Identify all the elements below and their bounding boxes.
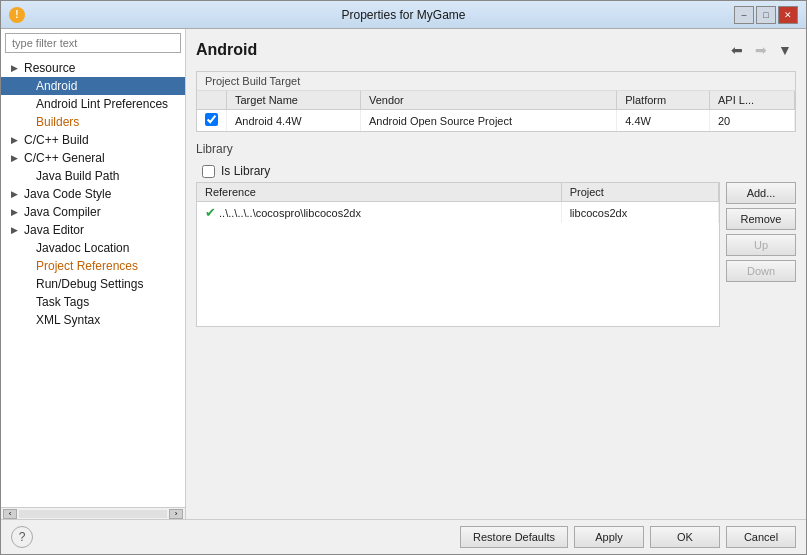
sidebar: ▶ResourceAndroidAndroid Lint Preferences…: [1, 29, 186, 519]
api-cell: 20: [710, 110, 795, 132]
col-platform: Platform: [617, 91, 710, 110]
sidebar-item-label-android-lint: Android Lint Preferences: [36, 97, 168, 111]
lib-check-icon: ✔: [205, 205, 216, 220]
sidebar-item-label-task-tags: Task Tags: [36, 295, 89, 309]
restore-defaults-button[interactable]: Restore Defaults: [460, 526, 568, 548]
cancel-button[interactable]: Cancel: [726, 526, 796, 548]
sidebar-item-label-xml-syntax: XML Syntax: [36, 313, 100, 327]
scroll-right-button[interactable]: ›: [169, 509, 183, 519]
sidebar-item-label-javadoc: Javadoc Location: [36, 241, 129, 255]
sidebar-item-java-code-style[interactable]: ▶Java Code Style: [1, 185, 185, 203]
down-button[interactable]: Down: [726, 260, 796, 282]
scroll-left-button[interactable]: ‹: [3, 509, 17, 519]
sidebar-item-java-editor[interactable]: ▶Java Editor: [1, 221, 185, 239]
row-checkbox[interactable]: [197, 110, 227, 132]
col-target-name: Target Name: [227, 91, 361, 110]
platform-cell: 4.4W: [617, 110, 710, 132]
ok-button[interactable]: OK: [650, 526, 720, 548]
build-target-table-container: Target Name Vendor Platform API L... And…: [197, 91, 795, 131]
expand-arrow-java-code-style: ▶: [11, 189, 21, 199]
sidebar-item-java-build-path[interactable]: Java Build Path: [1, 167, 185, 185]
is-library-label: Is Library: [221, 164, 270, 178]
library-section: Library Is Library Reference Project: [196, 142, 796, 327]
sidebar-item-label-project-refs: Project References: [36, 259, 138, 273]
sidebar-item-label-java-code-style: Java Code Style: [24, 187, 111, 201]
build-target-label: Project Build Target: [197, 72, 795, 91]
col-vendor: Vendor: [360, 91, 616, 110]
titlebar: ! Properties for MyGame – □ ✕: [1, 1, 806, 29]
sidebar-item-java-compiler[interactable]: ▶Java Compiler: [1, 203, 185, 221]
sidebar-item-builders[interactable]: Builders: [1, 113, 185, 131]
library-section-label: Library: [196, 142, 796, 156]
expand-arrow-cpp-build: ▶: [11, 135, 21, 145]
add-button[interactable]: Add...: [726, 182, 796, 204]
sidebar-item-label-cpp-build: C/C++ Build: [24, 133, 89, 147]
dropdown-icon[interactable]: ▼: [774, 39, 796, 61]
remove-button[interactable]: Remove: [726, 208, 796, 230]
sidebar-item-label-java-editor: Java Editor: [24, 223, 84, 237]
sidebar-scrollbar: ‹ ›: [1, 507, 185, 519]
app-icon: !: [9, 7, 25, 23]
target-checkbox[interactable]: [205, 113, 218, 126]
main-header: Android ⬅ ➡ ▼: [196, 39, 796, 61]
sidebar-item-label-cpp-general: C/C++ General: [24, 151, 105, 165]
expand-arrow-cpp-general: ▶: [11, 153, 21, 163]
scroll-track: [19, 510, 167, 518]
sidebar-item-resource[interactable]: ▶Resource: [1, 59, 185, 77]
build-target-section: Project Build Target Target Name Vendor …: [196, 71, 796, 132]
apply-button[interactable]: Apply: [574, 526, 644, 548]
sidebar-item-cpp-build[interactable]: ▶C/C++ Build: [1, 131, 185, 149]
sidebar-item-android-lint[interactable]: Android Lint Preferences: [1, 95, 185, 113]
bottom-bar: ? Restore Defaults Apply OK Cancel: [1, 519, 806, 554]
sidebar-item-label-java-compiler: Java Compiler: [24, 205, 101, 219]
titlebar-buttons: – □ ✕: [734, 6, 798, 24]
library-table-area: Reference Project ✔ ..\..\..\..\cocospro…: [196, 182, 796, 327]
build-target-table: Target Name Vendor Platform API L... And…: [197, 91, 795, 131]
expand-arrow-java-editor: ▶: [11, 225, 21, 235]
library-table-wrap: Reference Project ✔ ..\..\..\..\cocospro…: [196, 182, 720, 327]
sidebar-item-label-java-build-path: Java Build Path: [36, 169, 119, 183]
lib-project-cell: libcocos2dx: [561, 202, 718, 224]
sidebar-item-project-refs[interactable]: Project References: [1, 257, 185, 275]
content-area: ▶ResourceAndroidAndroid Lint Preferences…: [1, 29, 806, 519]
close-button[interactable]: ✕: [778, 6, 798, 24]
window-title: Properties for MyGame: [341, 8, 465, 22]
minimize-button[interactable]: –: [734, 6, 754, 24]
forward-icon[interactable]: ➡: [750, 39, 772, 61]
main-panel: Android ⬅ ➡ ▼ Project Build Target Targe…: [186, 29, 806, 519]
is-library-row: Is Library: [196, 160, 796, 182]
sidebar-item-android[interactable]: Android: [1, 77, 185, 95]
sidebar-item-label-run-debug: Run/Debug Settings: [36, 277, 143, 291]
maximize-button[interactable]: □: [756, 6, 776, 24]
titlebar-left: !: [9, 7, 25, 23]
sidebar-tree: ▶ResourceAndroidAndroid Lint Preferences…: [1, 57, 185, 507]
lib-col-project: Project: [561, 183, 718, 202]
col-api: API L...: [710, 91, 795, 110]
expand-arrow-resource: ▶: [11, 63, 21, 73]
main-title: Android: [196, 41, 257, 59]
sidebar-item-label-builders: Builders: [36, 115, 79, 129]
up-button[interactable]: Up: [726, 234, 796, 256]
back-icon[interactable]: ⬅: [726, 39, 748, 61]
sidebar-item-label-resource: Resource: [24, 61, 75, 75]
target-name-cell: Android 4.4W: [227, 110, 361, 132]
main-window: ! Properties for MyGame – □ ✕ ▶ResourceA…: [0, 0, 807, 555]
sidebar-item-task-tags[interactable]: Task Tags: [1, 293, 185, 311]
sidebar-item-javadoc[interactable]: Javadoc Location: [1, 239, 185, 257]
col-checkbox: [197, 91, 227, 110]
library-table: Reference Project ✔ ..\..\..\..\cocospro…: [197, 183, 719, 223]
sidebar-item-label-android: Android: [36, 79, 77, 93]
is-library-checkbox[interactable]: [202, 165, 215, 178]
table-row: Android 4.4W Android Open Source Project…: [197, 110, 795, 132]
toolbar-icons: ⬅ ➡ ▼: [726, 39, 796, 61]
sidebar-item-run-debug[interactable]: Run/Debug Settings: [1, 275, 185, 293]
sidebar-item-xml-syntax[interactable]: XML Syntax: [1, 311, 185, 329]
expand-arrow-java-compiler: ▶: [11, 207, 21, 217]
library-buttons: Add... Remove Up Down: [726, 182, 796, 327]
sidebar-item-cpp-general[interactable]: ▶C/C++ General: [1, 149, 185, 167]
lib-col-reference: Reference: [197, 183, 561, 202]
list-item: ✔ ..\..\..\..\cocospro\libcocos2dx libco…: [197, 202, 719, 224]
filter-input[interactable]: [5, 33, 181, 53]
lib-reference-cell: ✔ ..\..\..\..\cocospro\libcocos2dx: [197, 202, 561, 224]
help-button[interactable]: ?: [11, 526, 33, 548]
